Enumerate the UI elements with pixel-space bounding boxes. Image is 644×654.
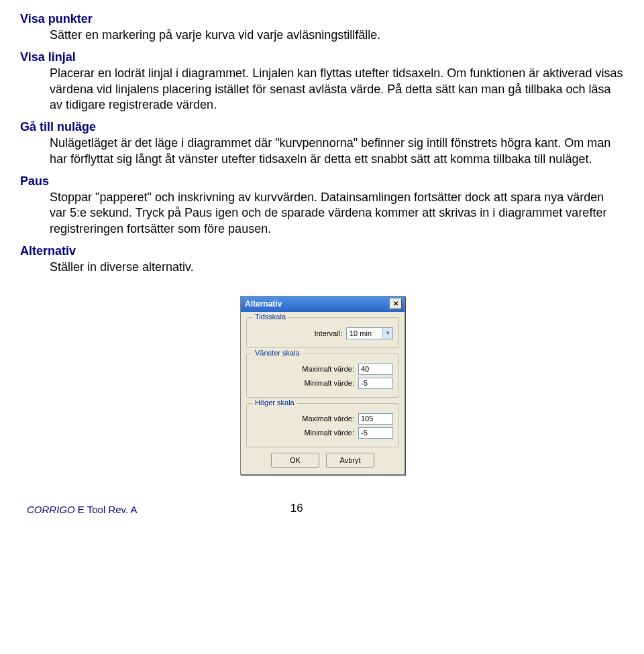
group-hoger-skala: Höger skala Maximalt värde: 105 Minimalt… xyxy=(246,403,399,447)
dialog-titlebar: Alternativ ✕ xyxy=(241,296,405,312)
intervall-value: 10 min xyxy=(350,329,372,337)
row-vanster-max: Maximalt värde: 40 xyxy=(252,364,393,375)
heading-visa-punkter: Visa punkter xyxy=(20,12,624,26)
hoger-min-input[interactable]: -5 xyxy=(358,427,393,439)
close-icon[interactable]: ✕ xyxy=(390,298,402,309)
chevron-down-icon[interactable]: ▼ xyxy=(382,328,392,339)
body-alternativ: Ställer in diverse alternativ. xyxy=(50,260,624,276)
body-visa-punkter: Sätter en markering på varje kurva vid v… xyxy=(50,28,624,44)
heading-visa-linjal: Visa linjal xyxy=(20,50,624,64)
heading-alternativ: Alternativ xyxy=(20,244,624,258)
heading-ga-till-nulage: Gå till nuläge xyxy=(20,120,624,134)
alternativ-dialog: Alternativ ✕ Tidsskala Intervall: 10 min… xyxy=(240,296,405,475)
label-hoger-min: Minimalt värde: xyxy=(252,429,354,437)
vanster-min-input[interactable]: -5 xyxy=(358,378,393,389)
page-footer: CORRIGO E Tool Rev. A 16 xyxy=(20,502,624,515)
group-tidsskala: Tidsskala Intervall: 10 min ▼ xyxy=(246,317,399,348)
body-ga-till-nulage: Nulägetläget är det läge i diagrammet dä… xyxy=(50,135,624,168)
legend-tidsskala: Tidsskala xyxy=(252,313,288,321)
dialog-body: Tidsskala Intervall: 10 min ▼ Vänster sk… xyxy=(241,312,405,474)
label-vanster-max: Maximalt värde: xyxy=(252,365,354,373)
row-hoger-max: Maximalt värde: 105 xyxy=(252,413,393,425)
row-hoger-min: Minimalt värde: -5 xyxy=(252,427,393,439)
label-hoger-max: Maximalt värde: xyxy=(252,415,354,423)
label-vanster-min: Minimalt värde: xyxy=(252,379,354,387)
document-page: Visa punkter Sätter en markering på varj… xyxy=(0,0,644,529)
label-intervall: Intervall: xyxy=(252,329,342,337)
dialog-title-text: Alternativ xyxy=(245,299,282,309)
page-number: 16 xyxy=(57,502,537,515)
heading-paus: Paus xyxy=(20,174,624,188)
ok-button[interactable]: OK xyxy=(271,453,319,468)
vanster-max-input[interactable]: 40 xyxy=(358,364,393,375)
dialog-button-row: OK Avbryt xyxy=(246,453,399,468)
legend-hoger: Höger skala xyxy=(252,398,297,406)
legend-vanster: Vänster skala xyxy=(252,349,303,357)
dialog-screenshot: Alternativ ✕ Tidsskala Intervall: 10 min… xyxy=(240,296,404,475)
cancel-button[interactable]: Avbryt xyxy=(326,453,374,468)
row-intervall: Intervall: 10 min ▼ xyxy=(252,327,393,339)
row-vanster-min: Minimalt värde: -5 xyxy=(252,378,393,389)
body-visa-linjal: Placerar en lodrät linjal i diagrammet. … xyxy=(50,66,624,113)
group-vanster-skala: Vänster skala Maximalt värde: 40 Minimal… xyxy=(246,353,399,398)
body-paus: Stoppar "papperet" och inskrivning av ku… xyxy=(50,190,624,237)
intervall-combobox[interactable]: 10 min ▼ xyxy=(346,327,393,339)
hoger-max-input[interactable]: 105 xyxy=(358,413,393,425)
